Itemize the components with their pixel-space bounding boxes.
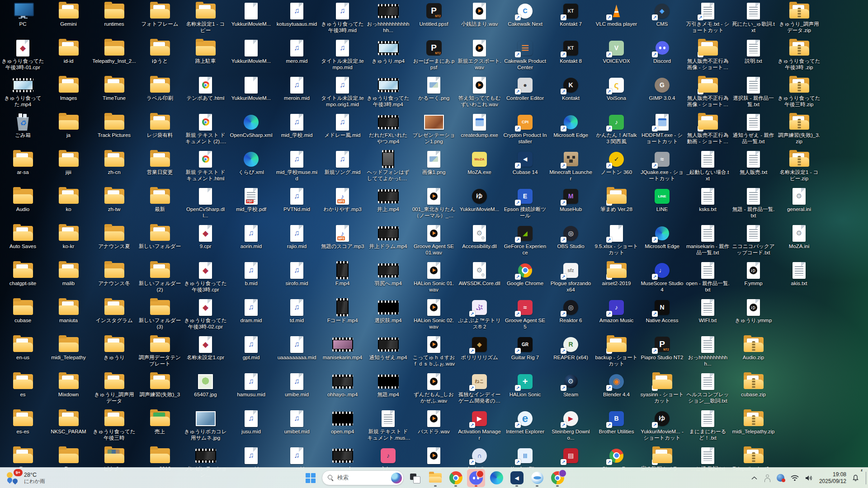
desktop-icon[interactable]: 売上 (138, 409, 182, 435)
desktop-icon[interactable]: F.mp4 (321, 261, 364, 287)
desktop-icon[interactable]: ◉↗Blender 4.4 (594, 372, 638, 398)
desktop-icon[interactable]: ♫タイトル未設定.tempo.orig1.mid (321, 75, 364, 108)
desktop-icon[interactable]: ♫PVTNd.mid (275, 187, 319, 213)
accessibility-person-icon[interactable] (761, 470, 773, 486)
desktop-icon[interactable]: PNT2Untitled.ppsf (412, 1, 456, 28)
desktop-icon[interactable]: cubase (1, 298, 45, 324)
desktop-icon[interactable]: PNT2おーばーまにあ.ppsf (412, 38, 456, 70)
desktop-icon[interactable]: レジ袋有料 (138, 113, 182, 139)
desktop-icon[interactable]: 営業日変更 (138, 150, 182, 176)
desktop-icon[interactable]: ♫メドレー風.mid (321, 113, 364, 139)
desktop-icon[interactable]: Images (47, 75, 90, 102)
desktop-icon[interactable]: ≈↗Groove Agent SE 5 (503, 298, 547, 330)
desktop-icon[interactable]: midi_Telepathy.zip (731, 409, 775, 435)
desktop-icon[interactable]: ja (47, 113, 90, 139)
desktop-icon[interactable]: ♫rajio.mid (275, 224, 319, 250)
desktop-icon[interactable]: 答え知っててもむずいわこれ.wav (458, 75, 501, 108)
desktop-icon[interactable]: GR↗Guitar Rig 7 (503, 335, 547, 361)
desktop-icon[interactable]: ↗Microsoft Edge (640, 224, 684, 250)
desktop-icon[interactable]: ♫きゅうり食ってた午後3時.mid (321, 1, 364, 33)
desktop-icon[interactable]: HALion Sonic 01.wav (412, 261, 456, 293)
desktop-icon[interactable]: ♪↗かんたん！AITalk 3 関西風 (594, 113, 638, 145)
taskbar-app-cubase[interactable]: ◀ (508, 469, 526, 487)
desktop-icon[interactable]: 通知うぜえ - 親作品一覧.txt (731, 113, 775, 145)
desktop-icon[interactable]: ♫umibet.mid (275, 409, 319, 435)
desktop-icon[interactable]: MoZAMoZA.exe (458, 150, 501, 176)
desktop-icon[interactable]: 最新 (138, 187, 182, 213)
desktop-icon[interactable]: KT↗Kontakt 7 (549, 1, 593, 28)
desktop-icon[interactable]: +↗HALion Sonic (503, 372, 547, 398)
taskbar-app-chrome-profile[interactable] (548, 469, 566, 487)
desktop-icon[interactable]: es-es (1, 409, 45, 435)
desktop-icon[interactable]: アナウンス冬 (92, 261, 136, 287)
desktop-icon[interactable]: ♫dram.mid (229, 298, 273, 324)
desktop-icon[interactable]: 路上駐車 (184, 38, 227, 65)
desktop-icon[interactable]: ✓↗ノートン 360 (594, 150, 638, 176)
desktop-icon[interactable]: en-us (1, 335, 45, 361)
desktop-icon[interactable]: K↗Kontakt (549, 75, 593, 102)
desktop-icon[interactable]: 選択肢.mp4 (366, 298, 410, 324)
desktop-icon[interactable]: 井上.mp4 (366, 187, 410, 213)
desktop-icon[interactable]: きゅうり食ってた午後3時.mp4 (366, 75, 410, 108)
desktop-icon[interactable]: きゅうり_調声用データ.zip (777, 1, 821, 33)
desktop-icon[interactable]: zh-cn (92, 150, 136, 176)
desktop-icon[interactable]: ずんだもん_しおかぜふ.wav (412, 372, 456, 404)
desktop-icon[interactable]: きゅうりボカコレ用サムネ.jpg (184, 409, 227, 441)
taskbar-app-google-chrome[interactable] (447, 469, 465, 487)
desktop-icon[interactable]: こってゅｈｄすおｆｄｓｂふぉ.wav (412, 335, 456, 367)
desktop-icon[interactable]: きゅうり食ってた午後三時.zip (777, 75, 821, 108)
desktop-icon[interactable]: 新規 テキスト ドキュメント.html (184, 150, 227, 182)
desktop-icon[interactable]: 名称未設定1 - コピー.zip (777, 150, 821, 182)
desktop-icon[interactable]: ⚙⚙AWSSDK.Core.dll (458, 261, 501, 287)
show-desktop-divider[interactable] (866, 472, 866, 484)
desktop-icon[interactable]: PC (1, 1, 45, 28)
desktop-icon[interactable]: 新しいフォルダー (3) (138, 298, 182, 330)
desktop-icon[interactable]: ゆYukkuriMovieM... (458, 187, 501, 213)
desktop-icon[interactable]: ♫新規ソング.mid (321, 150, 364, 176)
desktop-icon[interactable]: ↗Discord (640, 38, 684, 65)
desktop-icon[interactable]: ↗VLC media player (594, 1, 638, 28)
desktop-icon[interactable]: 無人販売.txt (731, 150, 775, 176)
desktop-icon[interactable]: まにまにわーるど！.txt (686, 409, 730, 441)
desktop-icon[interactable]: フォトフレーム (138, 1, 182, 28)
desktop-icon[interactable]: ♫タイトル未設定.tempo.mid (321, 38, 364, 70)
desktop-icon[interactable]: きゅうり_調声用データ (92, 372, 136, 404)
desktop-icon[interactable]: id-id (47, 38, 90, 65)
desktop-icon[interactable]: 死にたい_ゅ歌詞.txt (731, 1, 775, 33)
desktop-icon[interactable]: ゆ↗YukkuriMovieM... - ショートカット (640, 409, 684, 441)
desktop-icon[interactable]: ≈↗JQuake.exe - ショートカット (640, 150, 684, 182)
desktop-icon[interactable]: ◆名称未設定1.cpr (184, 335, 227, 361)
desktop-icon[interactable]: Fコード.mp4 (321, 298, 364, 324)
desktop-icon[interactable]: OpenCvSharp.xml (229, 113, 273, 139)
desktop-icon[interactable]: 無題 - 親作品一覧.txt (731, 187, 775, 219)
desktop-icon[interactable]: ↗筆まめ Ver.28 (594, 187, 638, 213)
taskbar-clock[interactable]: 19:08 2025/09/12 (817, 471, 848, 485)
desktop-icon[interactable]: 001_東北きりたん（ノーマル）_今じゃ... (412, 187, 456, 219)
desktop-icon[interactable]: ko (47, 187, 90, 213)
desktop-icon[interactable]: sfz↗Plogue sforzando x64 (549, 261, 593, 293)
weather-widget[interactable]: 9+ 28°C にわか雨 (3, 468, 49, 488)
desktop-icon[interactable]: ♫aorin.mid (229, 224, 273, 250)
desktop-icon[interactable]: ♪MP3わかりやす.mp3 (321, 187, 364, 213)
desktop-icon[interactable]: ◆9.cpr (184, 224, 227, 250)
desktop-icon[interactable]: YukkuriMovieM... (229, 38, 273, 65)
desktop-icon[interactable]: createdump.exe (458, 113, 501, 139)
desktop-icon[interactable]: ↗backup - ショートカット (594, 335, 638, 367)
desktop-icon[interactable]: ♫hamusu.mid (229, 372, 273, 398)
desktop-icon[interactable]: HALion Sonic 02.wav (412, 298, 456, 330)
desktop-icon[interactable]: ar-sa (1, 150, 45, 176)
desktop-icon[interactable]: ⚙general.ini (777, 187, 821, 213)
desktop-icon[interactable]: PNT2↗Piapro Studio NT2 (640, 335, 684, 361)
desktop-icon[interactable]: M↗MuseHub (549, 187, 593, 213)
desktop-icon[interactable]: ♫umibe.mid (275, 372, 319, 398)
desktop-icon[interactable]: CPI↗Crypton Product Installer (503, 113, 547, 145)
desktop-icon[interactable]: ♪↗Amazon Music (594, 298, 638, 324)
desktop-icon[interactable]: おっhhhhhhhhhhhhh... (366, 1, 410, 33)
desktop-icon[interactable]: ●↗Controller Editor (503, 75, 547, 102)
desktop-icon[interactable]: ♫meroin.mid (275, 75, 319, 102)
desktop-icon[interactable]: ▶↗Activation Manager (458, 409, 501, 441)
desktop-icon[interactable]: runtimes (92, 1, 136, 28)
desktop-icon[interactable]: ♪MP3無題のスコア.mp3 (321, 224, 364, 250)
search-box[interactable]: 検索 (322, 470, 404, 485)
desktop-icon[interactable]: 65407.jpg (184, 372, 227, 398)
